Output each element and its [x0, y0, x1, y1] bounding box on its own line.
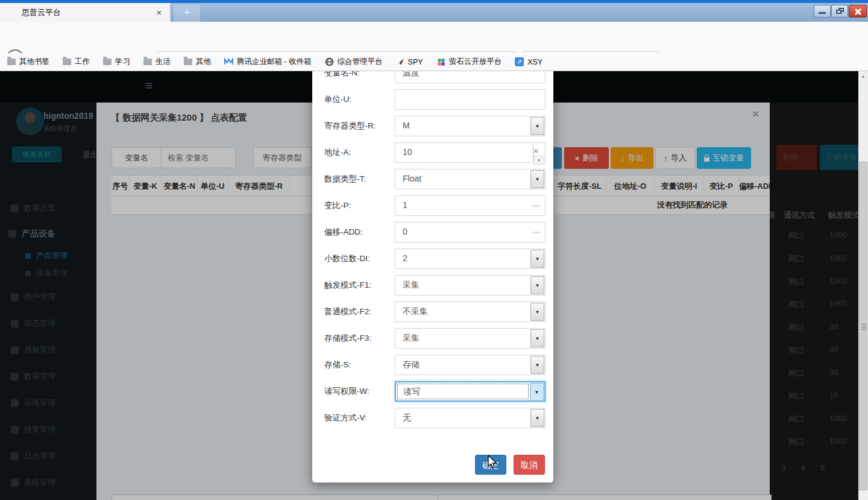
tab-close-icon[interactable]: × — [153, 7, 165, 19]
cancel-button[interactable]: 取消 — [514, 455, 545, 475]
decimal-digits-select[interactable]: 2▼ — [395, 248, 546, 269]
folder-icon — [143, 59, 152, 65]
field-label: 变量名-N: — [324, 71, 360, 78]
dropdown-button[interactable]: ▼ — [530, 303, 544, 321]
field-label: 单位-U: — [324, 94, 351, 105]
field-label: 触发模式-F1: — [324, 280, 371, 291]
form-row: 地址-A: 10 ▲▼ — [312, 142, 553, 163]
close-window-button[interactable] — [849, 5, 867, 17]
field-label: 验证方式-V: — [324, 413, 367, 423]
nav-toolbar: ← → ↻ ⌂ iot.idosp.net/admin/index.html?l… — [0, 22, 868, 53]
scroll-up-icon[interactable]: ▲ — [858, 74, 868, 79]
dropdown-button[interactable]: ▼ — [530, 250, 544, 268]
folder-icon — [63, 59, 71, 65]
number-spinner[interactable]: ▲▼ — [533, 144, 544, 162]
register-type-select[interactable]: M▼ — [395, 116, 546, 136]
form-row: 数据类型-T: Float▼ — [312, 169, 553, 189]
chevron-down-icon: ▼ — [535, 416, 540, 421]
xsy-icon: ↗ — [515, 57, 524, 66]
field-label: 小数位数-DI: — [324, 253, 370, 264]
form-row: 普通模式-F2: 不采集▼ — [312, 302, 553, 322]
new-tab-button[interactable]: + — [174, 5, 200, 22]
ezviz-icon — [436, 58, 445, 66]
field-value: 0 — [403, 227, 407, 236]
field-value: 采集 — [403, 280, 420, 291]
verification-select[interactable]: 无▼ — [395, 408, 546, 428]
disabled-dash — [532, 232, 540, 233]
folder-icon — [7, 59, 16, 65]
spy-icon — [396, 58, 404, 66]
chevron-down-icon: ▼ — [535, 124, 540, 129]
bookmark-xsy[interactable]: ↗XSY — [515, 57, 542, 66]
bookmark-folder-work[interactable]: 工作 — [63, 57, 90, 67]
address-stepper[interactable]: 10 ▲▼ — [395, 142, 546, 163]
form-row: 触发模式-F1: 采集▼ — [312, 275, 553, 296]
chevron-down-icon: ▼ — [535, 362, 540, 368]
bookmark-folder-life[interactable]: 生活 — [143, 57, 171, 67]
chevron-down-icon: ▼ — [535, 283, 540, 288]
scrollbar-thumb[interactable] — [859, 162, 867, 490]
field-label: 存储模式-F3: — [324, 333, 371, 344]
scrollbar-grip — [861, 324, 866, 325]
browser-window: 思普云平台 × + ← → ↻ ⌂ iot.idosp.net/admin/in… — [0, 0, 868, 500]
spin-up-icon[interactable]: ▲ — [533, 148, 538, 153]
disabled-dash — [532, 205, 540, 207]
bookmark-mgmt-platform[interactable]: 综合管理平台 — [325, 57, 383, 67]
form-row: 变量名-N: 温度 — [312, 71, 553, 83]
normal-mode-select[interactable]: 不采集▼ — [395, 302, 546, 322]
bookmark-tencent-mail[interactable]: 腾讯企业邮箱 - 收件箱 — [224, 57, 312, 67]
field-value: Float — [403, 174, 421, 183]
form-row: 偏移-ADD: 0 — [312, 222, 553, 242]
dropdown-button[interactable]: ▼ — [530, 276, 544, 294]
tab-title: 思普云平台 — [22, 7, 153, 18]
globe-icon — [325, 57, 334, 66]
mouse-cursor — [486, 455, 499, 469]
field-label: 普通模式-F2: — [324, 306, 371, 317]
minimize-icon — [819, 12, 826, 14]
minimize-button[interactable] — [814, 5, 831, 17]
form-row: 小数位数-DI: 2▼ — [312, 248, 553, 269]
bookmarks-bar: 其他书签 工作 学习 生活 其他 腾讯企业邮箱 - 收件箱 综合管理平台 SPY… — [0, 53, 868, 71]
field-label: 存储-S: — [324, 359, 351, 370]
storage-select[interactable]: 存储▼ — [395, 355, 546, 375]
chevron-down-icon: ▼ — [535, 309, 540, 315]
field-value: 存储 — [403, 359, 420, 370]
trigger-mode-select[interactable]: 采集▼ — [395, 275, 546, 296]
unit-input[interactable] — [395, 89, 546, 110]
chevron-down-icon: ▼ — [535, 390, 539, 395]
form-row: 读写权限-W: 读写▼ — [312, 381, 553, 402]
form-row: 验证方式-V: 无▼ — [312, 408, 553, 428]
field-label: 变比-P: — [324, 200, 351, 211]
offset-input[interactable]: 0 — [395, 222, 546, 242]
form-row: 存储-S: 存储▼ — [312, 355, 553, 375]
dropdown-button[interactable]: ▼ — [530, 117, 544, 135]
storage-mode-select[interactable]: 采集▼ — [395, 328, 546, 349]
bookmark-ezviz[interactable]: 萤石云开放平台 — [436, 57, 502, 67]
restore-button[interactable] — [831, 5, 848, 17]
field-label: 读写权限-W: — [324, 386, 370, 397]
dropdown-button[interactable]: ▼ — [530, 170, 544, 188]
dropdown-button[interactable]: ▼ — [530, 329, 544, 347]
dropdown-button[interactable]: ▼ — [530, 383, 544, 401]
ratio-input[interactable]: 1 — [395, 195, 546, 216]
folder-icon — [103, 59, 112, 65]
dropdown-button[interactable]: ▼ — [530, 356, 544, 374]
folder-icon — [184, 59, 192, 65]
chevron-down-icon: ▼ — [535, 256, 540, 262]
bookmark-folder-misc[interactable]: 其他 — [184, 57, 211, 67]
dropdown-button[interactable]: ▼ — [530, 409, 544, 427]
field-value: 采集 — [403, 333, 420, 344]
tencent-mail-icon — [224, 58, 233, 66]
data-type-select[interactable]: Float▼ — [395, 169, 546, 189]
bookmark-folder-other[interactable]: 其他书签 — [7, 57, 49, 67]
variable-name-input[interactable]: 温度 — [395, 71, 546, 83]
field-value: 10 — [403, 147, 412, 157]
field-label: 偏移-ADD: — [324, 227, 363, 238]
field-value: 温度 — [403, 71, 420, 78]
form-row: 寄存器类型-R: M▼ — [312, 116, 553, 136]
bookmark-spy[interactable]: SPY — [396, 58, 423, 66]
browser-tab[interactable]: 思普云平台 × — [0, 3, 171, 22]
read-write-permission-select[interactable]: 读写▼ — [395, 381, 546, 402]
bookmark-folder-study[interactable]: 学习 — [103, 57, 130, 67]
spin-down-icon[interactable]: ▼ — [533, 156, 544, 165]
